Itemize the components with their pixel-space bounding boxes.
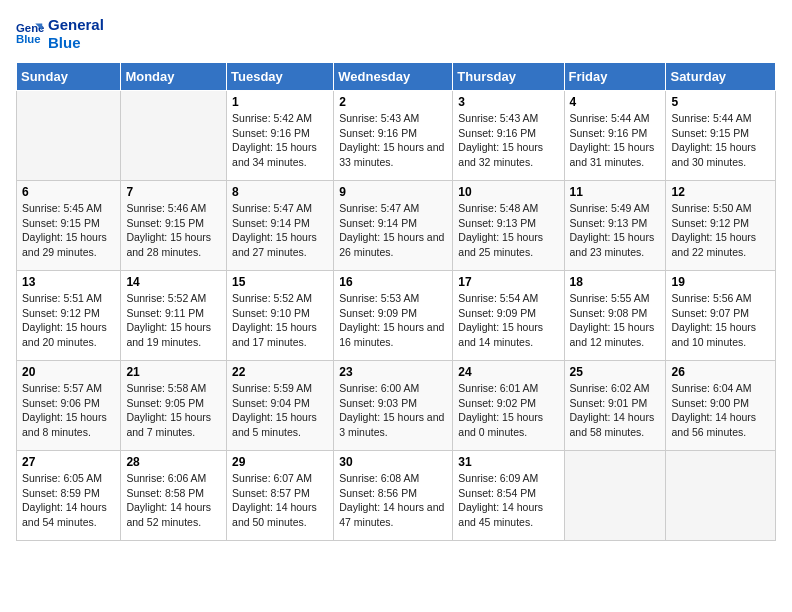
day-number: 14 <box>126 275 221 289</box>
day-number: 23 <box>339 365 447 379</box>
day-number: 13 <box>22 275 115 289</box>
day-number: 27 <box>22 455 115 469</box>
day-detail: Sunrise: 5:57 AM Sunset: 9:06 PM Dayligh… <box>22 381 115 440</box>
calendar-cell: 19 Sunrise: 5:56 AM Sunset: 9:07 PM Dayl… <box>666 271 776 361</box>
calendar-cell <box>666 451 776 541</box>
calendar-cell: 29 Sunrise: 6:07 AM Sunset: 8:57 PM Dayl… <box>227 451 334 541</box>
header-tuesday: Tuesday <box>227 63 334 91</box>
calendar-cell: 18 Sunrise: 5:55 AM Sunset: 9:08 PM Dayl… <box>564 271 666 361</box>
day-number: 11 <box>570 185 661 199</box>
day-detail: Sunrise: 6:06 AM Sunset: 8:58 PM Dayligh… <box>126 471 221 530</box>
day-detail: Sunrise: 5:58 AM Sunset: 9:05 PM Dayligh… <box>126 381 221 440</box>
day-detail: Sunrise: 5:47 AM Sunset: 9:14 PM Dayligh… <box>232 201 328 260</box>
day-number: 30 <box>339 455 447 469</box>
day-number: 29 <box>232 455 328 469</box>
day-detail: Sunrise: 5:53 AM Sunset: 9:09 PM Dayligh… <box>339 291 447 350</box>
day-number: 3 <box>458 95 558 109</box>
calendar-cell: 8 Sunrise: 5:47 AM Sunset: 9:14 PM Dayli… <box>227 181 334 271</box>
calendar-cell: 26 Sunrise: 6:04 AM Sunset: 9:00 PM Dayl… <box>666 361 776 451</box>
calendar-cell: 27 Sunrise: 6:05 AM Sunset: 8:59 PM Dayl… <box>17 451 121 541</box>
day-detail: Sunrise: 6:04 AM Sunset: 9:00 PM Dayligh… <box>671 381 770 440</box>
calendar-cell: 13 Sunrise: 5:51 AM Sunset: 9:12 PM Dayl… <box>17 271 121 361</box>
calendar-table: SundayMondayTuesdayWednesdayThursdayFrid… <box>16 62 776 541</box>
calendar-cell: 11 Sunrise: 5:49 AM Sunset: 9:13 PM Dayl… <box>564 181 666 271</box>
day-detail: Sunrise: 6:05 AM Sunset: 8:59 PM Dayligh… <box>22 471 115 530</box>
calendar-cell: 2 Sunrise: 5:43 AM Sunset: 9:16 PM Dayli… <box>334 91 453 181</box>
calendar-cell: 6 Sunrise: 5:45 AM Sunset: 9:15 PM Dayli… <box>17 181 121 271</box>
week-row-4: 20 Sunrise: 5:57 AM Sunset: 9:06 PM Dayl… <box>17 361 776 451</box>
calendar-cell <box>17 91 121 181</box>
day-detail: Sunrise: 6:09 AM Sunset: 8:54 PM Dayligh… <box>458 471 558 530</box>
calendar-cell: 31 Sunrise: 6:09 AM Sunset: 8:54 PM Dayl… <box>453 451 564 541</box>
day-number: 2 <box>339 95 447 109</box>
calendar-cell: 1 Sunrise: 5:42 AM Sunset: 9:16 PM Dayli… <box>227 91 334 181</box>
day-number: 18 <box>570 275 661 289</box>
day-detail: Sunrise: 6:02 AM Sunset: 9:01 PM Dayligh… <box>570 381 661 440</box>
day-number: 12 <box>671 185 770 199</box>
day-number: 31 <box>458 455 558 469</box>
day-detail: Sunrise: 5:46 AM Sunset: 9:15 PM Dayligh… <box>126 201 221 260</box>
logo-icon: General Blue <box>16 20 44 48</box>
svg-text:Blue: Blue <box>16 33 41 45</box>
day-number: 4 <box>570 95 661 109</box>
day-detail: Sunrise: 5:48 AM Sunset: 9:13 PM Dayligh… <box>458 201 558 260</box>
day-detail: Sunrise: 5:52 AM Sunset: 9:11 PM Dayligh… <box>126 291 221 350</box>
header-friday: Friday <box>564 63 666 91</box>
calendar-cell: 3 Sunrise: 5:43 AM Sunset: 9:16 PM Dayli… <box>453 91 564 181</box>
calendar-cell: 28 Sunrise: 6:06 AM Sunset: 8:58 PM Dayl… <box>121 451 227 541</box>
day-number: 9 <box>339 185 447 199</box>
day-number: 21 <box>126 365 221 379</box>
header-monday: Monday <box>121 63 227 91</box>
calendar-cell: 16 Sunrise: 5:53 AM Sunset: 9:09 PM Dayl… <box>334 271 453 361</box>
day-number: 24 <box>458 365 558 379</box>
calendar-cell: 10 Sunrise: 5:48 AM Sunset: 9:13 PM Dayl… <box>453 181 564 271</box>
week-row-5: 27 Sunrise: 6:05 AM Sunset: 8:59 PM Dayl… <box>17 451 776 541</box>
day-detail: Sunrise: 5:52 AM Sunset: 9:10 PM Dayligh… <box>232 291 328 350</box>
day-number: 17 <box>458 275 558 289</box>
day-number: 20 <box>22 365 115 379</box>
calendar-cell: 30 Sunrise: 6:08 AM Sunset: 8:56 PM Dayl… <box>334 451 453 541</box>
day-detail: Sunrise: 5:56 AM Sunset: 9:07 PM Dayligh… <box>671 291 770 350</box>
calendar-cell: 25 Sunrise: 6:02 AM Sunset: 9:01 PM Dayl… <box>564 361 666 451</box>
day-detail: Sunrise: 5:44 AM Sunset: 9:16 PM Dayligh… <box>570 111 661 170</box>
day-detail: Sunrise: 5:42 AM Sunset: 9:16 PM Dayligh… <box>232 111 328 170</box>
day-number: 25 <box>570 365 661 379</box>
day-number: 10 <box>458 185 558 199</box>
day-detail: Sunrise: 6:08 AM Sunset: 8:56 PM Dayligh… <box>339 471 447 530</box>
day-number: 7 <box>126 185 221 199</box>
calendar-cell <box>121 91 227 181</box>
calendar-cell: 7 Sunrise: 5:46 AM Sunset: 9:15 PM Dayli… <box>121 181 227 271</box>
day-detail: Sunrise: 5:59 AM Sunset: 9:04 PM Dayligh… <box>232 381 328 440</box>
calendar-cell: 9 Sunrise: 5:47 AM Sunset: 9:14 PM Dayli… <box>334 181 453 271</box>
calendar-cell: 23 Sunrise: 6:00 AM Sunset: 9:03 PM Dayl… <box>334 361 453 451</box>
calendar-cell: 24 Sunrise: 6:01 AM Sunset: 9:02 PM Dayl… <box>453 361 564 451</box>
calendar-cell: 21 Sunrise: 5:58 AM Sunset: 9:05 PM Dayl… <box>121 361 227 451</box>
day-number: 8 <box>232 185 328 199</box>
day-detail: Sunrise: 5:54 AM Sunset: 9:09 PM Dayligh… <box>458 291 558 350</box>
header-wednesday: Wednesday <box>334 63 453 91</box>
day-detail: Sunrise: 5:51 AM Sunset: 9:12 PM Dayligh… <box>22 291 115 350</box>
calendar-cell: 17 Sunrise: 5:54 AM Sunset: 9:09 PM Dayl… <box>453 271 564 361</box>
day-number: 15 <box>232 275 328 289</box>
day-detail: Sunrise: 5:43 AM Sunset: 9:16 PM Dayligh… <box>458 111 558 170</box>
day-detail: Sunrise: 6:00 AM Sunset: 9:03 PM Dayligh… <box>339 381 447 440</box>
day-detail: Sunrise: 5:55 AM Sunset: 9:08 PM Dayligh… <box>570 291 661 350</box>
day-detail: Sunrise: 5:43 AM Sunset: 9:16 PM Dayligh… <box>339 111 447 170</box>
day-detail: Sunrise: 6:01 AM Sunset: 9:02 PM Dayligh… <box>458 381 558 440</box>
calendar-cell: 14 Sunrise: 5:52 AM Sunset: 9:11 PM Dayl… <box>121 271 227 361</box>
day-detail: Sunrise: 5:50 AM Sunset: 9:12 PM Dayligh… <box>671 201 770 260</box>
calendar-cell: 20 Sunrise: 5:57 AM Sunset: 9:06 PM Dayl… <box>17 361 121 451</box>
calendar-cell <box>564 451 666 541</box>
day-detail: Sunrise: 5:44 AM Sunset: 9:15 PM Dayligh… <box>671 111 770 170</box>
week-row-3: 13 Sunrise: 5:51 AM Sunset: 9:12 PM Dayl… <box>17 271 776 361</box>
calendar-cell: 5 Sunrise: 5:44 AM Sunset: 9:15 PM Dayli… <box>666 91 776 181</box>
day-number: 6 <box>22 185 115 199</box>
calendar-cell: 15 Sunrise: 5:52 AM Sunset: 9:10 PM Dayl… <box>227 271 334 361</box>
calendar-cell: 12 Sunrise: 5:50 AM Sunset: 9:12 PM Dayl… <box>666 181 776 271</box>
header-sunday: Sunday <box>17 63 121 91</box>
week-row-1: 1 Sunrise: 5:42 AM Sunset: 9:16 PM Dayli… <box>17 91 776 181</box>
day-detail: Sunrise: 5:47 AM Sunset: 9:14 PM Dayligh… <box>339 201 447 260</box>
calendar-cell: 22 Sunrise: 5:59 AM Sunset: 9:04 PM Dayl… <box>227 361 334 451</box>
page-header: General Blue General Blue <box>16 16 776 52</box>
day-number: 16 <box>339 275 447 289</box>
